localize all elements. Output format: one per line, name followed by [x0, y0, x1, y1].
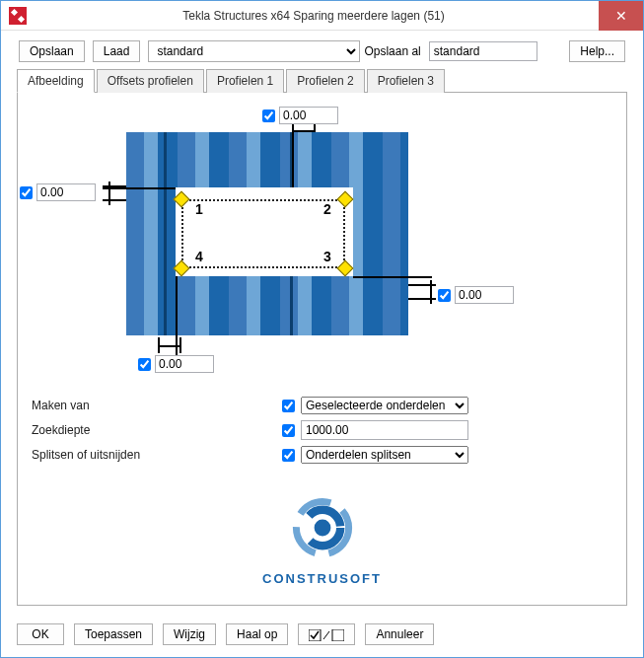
diagram: 1 2 3 4 [18, 105, 626, 381]
construsoft-logo: CONSTRUSOFT [18, 493, 626, 586]
search-depth-label: Zoekdiepte [32, 423, 282, 437]
make-from-select[interactable]: Geselecteerde onderdelen [301, 397, 468, 414]
offset-top-check[interactable] [262, 110, 275, 122]
offset-right-check[interactable] [438, 289, 451, 302]
modify-button[interactable]: Wijzig [163, 623, 216, 645]
toggle-all-button[interactable] [298, 623, 355, 645]
search-depth-input[interactable] [301, 420, 468, 440]
make-from-label: Maken van [32, 399, 282, 412]
ok-button[interactable]: OK [17, 623, 64, 645]
help-button[interactable]: Help... [569, 40, 625, 62]
offset-bottom-check[interactable] [138, 358, 151, 371]
save-as-label: Opslaan al [364, 44, 420, 58]
split-cut-select[interactable]: Onderdelen splitsen [301, 446, 468, 464]
save-button[interactable]: Opslaan [19, 40, 85, 62]
preset-select[interactable]: standard [148, 40, 360, 62]
split-cut-check[interactable] [282, 449, 295, 462]
save-as-input[interactable] [429, 41, 537, 61]
point-3-label: 3 [323, 249, 331, 264]
wall-graphic: 1 2 3 4 [126, 132, 408, 335]
svg-point-5 [314, 520, 330, 537]
tab-afbeelding[interactable]: Afbeelding [17, 69, 95, 93]
tab-offsets[interactable]: Offsets profielen [97, 69, 204, 93]
offset-bottom-input[interactable] [155, 355, 214, 373]
close-button[interactable]: ✕ [599, 1, 643, 31]
point-2-label: 2 [323, 201, 331, 217]
make-from-check[interactable] [282, 400, 295, 412]
construsoft-text: CONSTRUSOFT [18, 571, 626, 586]
point-1-label: 1 [195, 201, 203, 217]
point-4-label: 4 [195, 249, 203, 264]
svg-rect-6 [309, 629, 321, 641]
fetch-button[interactable]: Haal op [226, 623, 288, 645]
tab-profielen1[interactable]: Profielen 1 [206, 69, 284, 93]
apply-button[interactable]: Toepassen [74, 623, 153, 645]
offset-top-input[interactable] [279, 107, 338, 124]
tab-profielen2[interactable]: Profielen 2 [286, 69, 364, 93]
load-button[interactable]: Laad [93, 40, 141, 62]
cancel-button[interactable]: Annuleer [365, 623, 434, 645]
svg-rect-0 [9, 7, 27, 25]
split-cut-label: Splitsen of uitsnijden [32, 448, 282, 462]
window-title: Tekla Structures x64 Sparing meerdere la… [29, 9, 599, 23]
offset-left-input[interactable] [36, 183, 96, 201]
app-icon [7, 5, 29, 27]
offset-right-input[interactable] [455, 286, 514, 304]
tab-profielen3[interactable]: Profielen 3 [367, 69, 445, 93]
svg-rect-7 [332, 629, 344, 641]
search-depth-check[interactable] [282, 424, 295, 437]
offset-left-check[interactable] [20, 186, 33, 199]
